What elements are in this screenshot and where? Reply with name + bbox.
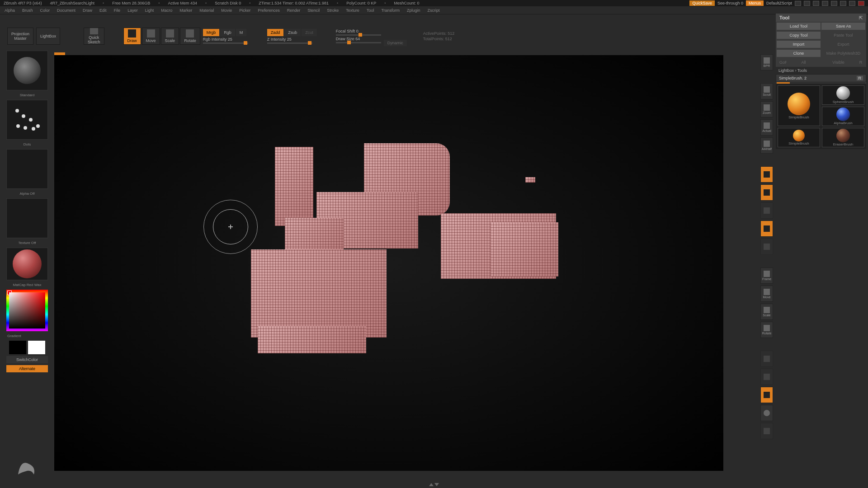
rotate-mode-button[interactable]: Rotate xyxy=(180,28,200,45)
rgb-intensity-slider[interactable]: Rgb Intensity 25 xyxy=(203,37,248,44)
texture-selector[interactable] xyxy=(6,198,48,238)
menus-toggle[interactable]: Menus xyxy=(746,0,764,6)
menu-render[interactable]: Render xyxy=(287,8,301,13)
copy-tool-button[interactable]: Copy Tool xyxy=(777,32,821,39)
polyf-button[interactable] xyxy=(760,351,773,367)
local-button[interactable] xyxy=(760,202,773,219)
menu-picker[interactable]: Picker xyxy=(239,8,250,13)
nav-move-button[interactable]: Move xyxy=(760,286,773,302)
tool-thumb-alpha[interactable]: AlphaBrush xyxy=(822,107,864,126)
focal-shift-slider[interactable]: Focal Shift 0 xyxy=(336,29,381,36)
zoom-button[interactable]: Zoom xyxy=(760,101,773,117)
menu-color[interactable]: Color xyxy=(40,8,50,13)
move-mode-button[interactable]: Move xyxy=(142,28,160,45)
mrgb-toggle[interactable]: Mrgb xyxy=(203,29,220,36)
color-picker[interactable] xyxy=(6,290,48,331)
menu-material[interactable]: Material xyxy=(199,8,214,13)
save-as-button[interactable]: Save As xyxy=(821,23,865,30)
tool-thumb-simple[interactable]: SimpleBrush xyxy=(778,128,820,147)
rgb-toggle[interactable]: Rgb xyxy=(220,29,235,36)
alternate-button[interactable]: Alternate xyxy=(6,365,48,372)
menu-light[interactable]: Light xyxy=(145,8,154,13)
load-tool-button[interactable]: Load Tool xyxy=(777,23,821,30)
menu-zplugin[interactable]: Zplugin xyxy=(407,8,420,13)
lframe-button[interactable] xyxy=(760,221,773,237)
draw-mode-button[interactable]: Draw xyxy=(123,28,141,45)
draw-size-slider[interactable]: Draw Size 64 xyxy=(336,37,381,43)
menu-macro[interactable]: Macro xyxy=(161,8,172,13)
lightbox-tools-section[interactable]: Lightbox › Tools xyxy=(776,67,866,74)
zadd-toggle[interactable]: Zadd xyxy=(267,29,284,36)
window-icon-3[interactable] xyxy=(813,1,819,6)
window-icon-5[interactable] xyxy=(831,1,837,6)
menu-layer[interactable]: Layer xyxy=(127,8,138,13)
gradient-label[interactable]: Gradient xyxy=(6,333,48,339)
transp-button[interactable] xyxy=(760,369,773,385)
solo-button[interactable] xyxy=(760,405,773,421)
ghost-button[interactable] xyxy=(760,387,773,403)
zsub-toggle[interactable]: Zsub xyxy=(284,29,301,36)
tool-panel-title[interactable]: Tool⇱ xyxy=(776,14,866,22)
window-close[interactable] xyxy=(858,1,864,6)
tool-thumb-active[interactable]: SimpleBrush xyxy=(778,85,820,126)
undock-icon[interactable]: ⇱ xyxy=(859,15,863,20)
menu-file[interactable]: File xyxy=(114,8,121,13)
menu-preferences[interactable]: Preferences xyxy=(258,8,280,13)
quicksave-button[interactable]: QuickSave xyxy=(689,0,715,6)
menu-zscript[interactable]: Zscript xyxy=(428,8,440,13)
scroll-button[interactable]: Scroll xyxy=(760,83,773,99)
color-field[interactable] xyxy=(9,292,45,328)
seethrough-label[interactable]: See-through 0 xyxy=(717,1,743,5)
import-button[interactable]: Import xyxy=(777,41,821,48)
aahalf-button[interactable]: AAHalf xyxy=(760,137,773,154)
window-icon-2[interactable] xyxy=(804,1,810,6)
window-icon-1[interactable] xyxy=(795,1,801,6)
tool-thumb-eraser[interactable]: EraserBrush xyxy=(822,128,864,147)
actual-button[interactable]: Actual xyxy=(760,119,773,136)
menu-edit[interactable]: Edit xyxy=(99,8,107,13)
dynamic-label[interactable]: Dynamic xyxy=(384,40,407,46)
lightbox-button[interactable]: LightBox xyxy=(36,28,60,45)
window-icon-4[interactable] xyxy=(822,1,828,6)
frame-button[interactable]: Frame xyxy=(760,267,773,284)
persp-button[interactable] xyxy=(760,166,773,183)
floor-button[interactable] xyxy=(760,184,773,201)
material-selector[interactable] xyxy=(6,248,48,280)
quicksketch-button[interactable]: Quick Sketch xyxy=(84,28,104,45)
scale-mode-button[interactable]: Scale xyxy=(161,28,179,45)
canvas-scroll-indicator[interactable] xyxy=(429,483,439,486)
window-maximize[interactable] xyxy=(849,1,855,6)
menu-stroke[interactable]: Stroke xyxy=(327,8,339,13)
menu-alpha[interactable]: Alpha xyxy=(5,8,15,13)
r-indicator[interactable]: R xyxy=(857,76,863,80)
window-minimize[interactable] xyxy=(840,1,846,6)
active-tool-name[interactable]: SimpleBrush. 2R xyxy=(776,74,866,82)
nav-scale-button[interactable]: Scale xyxy=(760,304,773,320)
default-script[interactable]: DefaultZScript xyxy=(766,1,792,5)
menu-marker[interactable]: Marker xyxy=(179,8,192,13)
clone-button[interactable]: Clone xyxy=(777,50,821,57)
z-intensity-slider[interactable]: Z Intensity 25 xyxy=(267,37,312,44)
m-toggle[interactable]: M xyxy=(236,29,247,36)
bpr-button[interactable]: BPR xyxy=(760,54,773,70)
swatch-black[interactable] xyxy=(9,341,26,354)
menu-texture[interactable]: Texture xyxy=(346,8,359,13)
menu-tool[interactable]: Tool xyxy=(367,8,374,13)
menu-brush[interactable]: Brush xyxy=(22,8,33,13)
alpha-selector[interactable] xyxy=(6,149,48,189)
menu-draw[interactable]: Draw xyxy=(83,8,92,13)
switchcolor-button[interactable]: SwitchColor xyxy=(6,356,48,363)
tool-thumb-sphere[interactable]: SphereBrush xyxy=(822,85,864,105)
xpose-button[interactable] xyxy=(760,423,773,439)
zcut-toggle[interactable]: Zcut xyxy=(302,29,317,36)
menu-movie[interactable]: Movie xyxy=(221,8,232,13)
brush-selector[interactable] xyxy=(6,51,48,90)
projection-master-button[interactable]: Projection Master xyxy=(7,28,33,45)
menu-stencil[interactable]: Stencil xyxy=(307,8,320,13)
axis-button[interactable] xyxy=(760,239,773,255)
menu-transform[interactable]: Transform xyxy=(381,8,400,13)
menu-document[interactable]: Document xyxy=(57,8,75,13)
stroke-selector[interactable] xyxy=(6,100,48,140)
viewport-canvas[interactable] xyxy=(54,55,723,471)
nav-rotate-button[interactable]: Rotate xyxy=(760,322,773,338)
